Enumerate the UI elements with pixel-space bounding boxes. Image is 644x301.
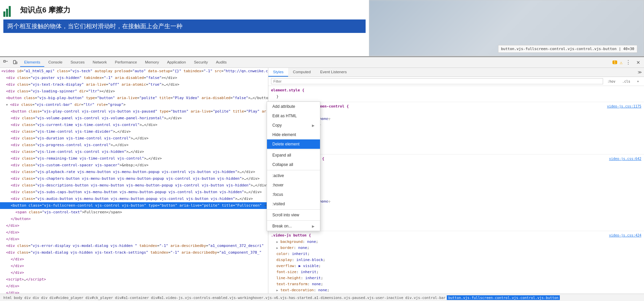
- dom-line[interactable]: <div class="vjs-poster vjs-hidden" tabin…: [0, 75, 268, 81]
- dom-line[interactable]: <button class="vjs-big-play-button" type…: [0, 95, 268, 101]
- dom-line[interactable]: <div class="vjs-custom-control-spacer vj…: [0, 162, 268, 169]
- dom-line[interactable]: <div class="vjs-loading-spinner" dir="lt…: [0, 88, 268, 95]
- dom-line-content: <div class="vjs-volume-panel vjs-control…: [11, 115, 182, 121]
- context-menu-hide-element[interactable]: Hide element: [267, 130, 320, 139]
- dom-line-content: <div class="vjs-subs-caps-button vjs-men…: [11, 189, 262, 195]
- context-menu-divider-1: [267, 149, 320, 150]
- context-menu-visited[interactable]: :visited: [267, 199, 320, 209]
- dom-line[interactable]: </div>: [0, 263, 268, 269]
- dom-line[interactable]: <script>…</script>: [0, 276, 268, 283]
- tab-network[interactable]: Network: [89, 58, 111, 67]
- dom-line[interactable]: <div class="vjs-live-control vjs-control…: [0, 148, 268, 155]
- breadcrumb-div-ck-player[interactable]: div#ck_player: [85, 296, 114, 300]
- dom-line[interactable]: <div class="vjs-text-track-display" aria…: [0, 81, 268, 88]
- breadcrumb-div-a1[interactable]: div#a1.video-js.vjs-controls-enabled.vjs…: [150, 296, 404, 300]
- customize-devtools-button[interactable]: ⋮: [624, 58, 633, 67]
- dom-line[interactable]: <div class="vjs-progress-control vjs-con…: [0, 142, 268, 148]
- tab-sources[interactable]: Sources: [66, 58, 89, 67]
- breadcrumb-button-fullscreen[interactable]: button.vjs-fullscreen-control.vjs-contro…: [447, 295, 560, 300]
- dom-line[interactable]: <div class="vjs-modal-dialog vjs-hidden …: [0, 249, 268, 256]
- dom-line-content: <div class="vjs-chapters-button vjs-menu…: [11, 176, 260, 182]
- notification-badge: 1: [612, 60, 617, 64]
- tab-memory[interactable]: Memory: [141, 58, 163, 67]
- dom-line[interactable]: </div>: [0, 290, 268, 294]
- style-source-link-2[interactable]: video-js.css:642: [609, 157, 641, 161]
- dom-line[interactable]: <div class="vjs-current-time vjs-time-co…: [0, 122, 268, 128]
- context-menu-scroll-into-view[interactable]: Scroll into view: [267, 210, 320, 220]
- dom-line[interactable]: </button>: [0, 216, 268, 222]
- dom-line-content: <div class="vjs-progress-control vjs-con…: [11, 142, 128, 148]
- context-menu-collapse-all[interactable]: Collapse all: [267, 160, 320, 169]
- dom-tree-panel: <video id="a1_html5_api" class="vjs-tech…: [0, 68, 268, 294]
- dom-line[interactable]: <button class="vjs-fullscreen-control vj…: [0, 202, 268, 209]
- dom-line[interactable]: <div class="vjs-playback-rate vjs-menu-b…: [0, 169, 268, 175]
- context-menu-active[interactable]: :active: [267, 171, 320, 180]
- breadcrumb-div-a1-container[interactable]: div#a1-container: [114, 296, 150, 300]
- dom-line-content: <span class="vjs-control-text">Fullscree…: [15, 209, 122, 215]
- device-toggle-button[interactable]: [11, 58, 19, 67]
- tab-event-listeners[interactable]: Event Listeners: [315, 68, 351, 77]
- close-devtools-button[interactable]: ✕: [634, 58, 643, 67]
- breadcrumb-body[interactable]: body: [13, 296, 23, 300]
- style-rule-2-height: height: 100%;: [271, 186, 641, 192]
- warning-triangle-icon: ⚠: [620, 60, 623, 65]
- breadcrumb-div-control-bar[interactable]: div.vjs-control-bar: [405, 296, 446, 300]
- dom-line-content: </button>: [11, 216, 31, 222]
- context-menu-focus[interactable]: :focus: [267, 190, 320, 199]
- dom-line[interactable]: </div>: [0, 236, 268, 243]
- dom-line[interactable]: </div>: [0, 269, 268, 276]
- dom-line[interactable]: <div class="vjs-volume-panel vjs-control…: [0, 115, 268, 122]
- dom-line[interactable]: <div class="vjs-subs-caps-button vjs-men…: [0, 189, 268, 196]
- styles-more-button[interactable]: ≫: [635, 68, 644, 77]
- tab-computed[interactable]: Computed: [288, 68, 315, 77]
- filter-hov-button[interactable]: :hov: [605, 79, 618, 84]
- breadcrumb-div-video-player[interactable]: div#video_player: [49, 296, 84, 300]
- context-menu-expand-all[interactable]: Expand all: [267, 150, 320, 160]
- dom-line-content: </div>: [6, 290, 19, 294]
- tab-security[interactable]: Security: [190, 58, 212, 67]
- filter-add-button[interactable]: +: [635, 79, 641, 84]
- dom-line[interactable]: <div class="vjs-duration vjs-time-contro…: [0, 135, 268, 142]
- devtools-toolbar: Elements Console Sources Network Perform…: [0, 57, 644, 68]
- context-menu-copy[interactable]: Copy ▶: [267, 121, 320, 130]
- tab-application[interactable]: Application: [163, 58, 190, 67]
- context-menu-break-on[interactable]: Break on... ▶: [267, 221, 320, 231]
- style-selector-2: .video-js .vjs-control { video-js.css:64…: [271, 157, 641, 161]
- style-source-link-3[interactable]: video-js.css:424: [609, 233, 641, 237]
- dom-line[interactable]: <div class="vjs-chapters-button vjs-menu…: [0, 175, 268, 182]
- tab-styles[interactable]: Styles: [268, 68, 288, 77]
- dom-line[interactable]: <span class="vjs-control-text">Fullscree…: [0, 209, 268, 216]
- styles-filter-bar: :hov .cls +: [268, 77, 644, 86]
- style-rule-1-moz-box-flex: -moz-box-flex: none;: [271, 122, 641, 128]
- tab-audits[interactable]: Audits: [212, 58, 231, 67]
- dom-line[interactable]: <div class="vjs-remaining-time vjs-time-…: [0, 155, 268, 162]
- breadcrumb-div1[interactable]: div: [24, 296, 32, 300]
- dom-line[interactable]: <div class="vjs-error-display vjs-modal-…: [0, 243, 268, 249]
- style-source-link-1[interactable]: video-js.css:1175: [607, 104, 641, 108]
- tab-elements[interactable]: Elements: [20, 58, 44, 67]
- dom-line[interactable]: <button class="vjs-play-control vjs-cont…: [0, 108, 268, 115]
- context-menu-delete-element[interactable]: Delete element: [267, 139, 320, 149]
- context-menu-hover[interactable]: :hover: [267, 180, 320, 190]
- tab-console[interactable]: Console: [44, 58, 66, 67]
- style-rule-2-ms-flex: -ms-flex: none;: [271, 211, 641, 217]
- breadcrumb-div2[interactable]: div: [32, 296, 40, 300]
- styles-filter-input[interactable]: [271, 78, 603, 84]
- breadcrumb-div3[interactable]: div: [41, 296, 48, 300]
- dom-line[interactable]: </div>: [0, 256, 268, 263]
- dom-line[interactable]: </div>: [0, 222, 268, 229]
- tab-performance[interactable]: Performance: [111, 58, 141, 67]
- dom-line[interactable]: <div class="vjs-descriptions-button vjs-…: [0, 182, 268, 189]
- dom-tree[interactable]: <video id="a1_html5_api" class="vjs-tech…: [0, 68, 268, 294]
- context-menu-edit-html[interactable]: Edit as HTML: [267, 111, 320, 121]
- dom-line[interactable]: </div>: [0, 229, 268, 236]
- breadcrumb-html[interactable]: html: [3, 296, 12, 300]
- dom-line[interactable]: <video id="a1_html5_api" class="vjs-tech…: [0, 68, 268, 75]
- dom-line[interactable]: <div class="vjs-audio-button vjs-menu-bu…: [0, 196, 268, 202]
- filter-cls-button[interactable]: .cls: [620, 79, 633, 84]
- dom-line[interactable]: ▼<div class="vjs-control-bar" dir="ltr" …: [0, 101, 268, 108]
- dom-line[interactable]: <div class="vjs-time-control vjs-time-di…: [0, 128, 268, 135]
- inspect-element-button[interactable]: [1, 58, 10, 67]
- context-menu-add-attribute[interactable]: Add attribute: [267, 102, 320, 111]
- dom-line[interactable]: </div>: [0, 283, 268, 290]
